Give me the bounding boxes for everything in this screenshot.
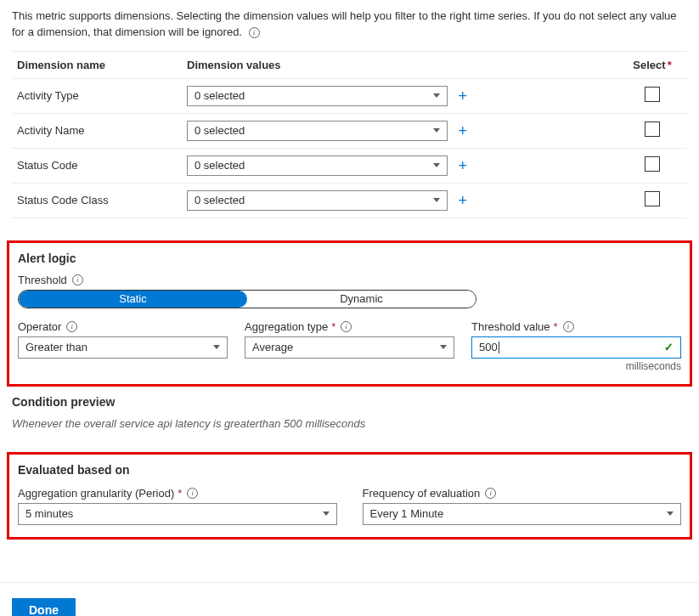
- plus-icon[interactable]: +: [458, 158, 467, 173]
- col-header-name: Dimension name: [17, 59, 187, 71]
- evaluated-section: Evaluated based on Aggregation granulari…: [7, 452, 692, 540]
- aggregation-granularity-select[interactable]: 5 minutes: [18, 503, 337, 525]
- chevron-down-icon: [323, 511, 330, 516]
- info-icon[interactable]: [249, 27, 260, 38]
- col-header-values: Dimension values: [187, 59, 467, 71]
- select-checkbox[interactable]: [645, 87, 660, 102]
- table-row: Status Code 0 selected +: [12, 149, 687, 184]
- info-icon[interactable]: [66, 321, 77, 332]
- info-icon[interactable]: [187, 488, 198, 499]
- toggle-dynamic[interactable]: Dynamic: [247, 291, 476, 308]
- threshold-label: Threshold: [18, 274, 681, 286]
- operator-select[interactable]: Greater than: [18, 336, 228, 359]
- chevron-down-icon: [667, 511, 674, 516]
- threshold-value-input[interactable]: 500 ✓: [471, 336, 681, 359]
- table-row: Activity Type 0 selected +: [12, 79, 687, 114]
- chevron-down-icon: [440, 345, 447, 349]
- dimension-values-dropdown[interactable]: 0 selected: [187, 190, 448, 211]
- alert-logic-title: Alert logic: [18, 251, 681, 265]
- frequency-label: Frequency of evaluation: [363, 487, 682, 500]
- select-checkbox[interactable]: [645, 191, 660, 206]
- info-icon[interactable]: [341, 321, 352, 332]
- dimensions-table: Dimension name Dimension values Select* …: [12, 51, 687, 218]
- chevron-down-icon: [433, 198, 440, 202]
- plus-icon[interactable]: +: [458, 193, 467, 208]
- info-icon[interactable]: [72, 274, 83, 285]
- chevron-down-icon: [433, 128, 440, 133]
- dimensions-header-row: Dimension name Dimension values Select*: [12, 52, 687, 79]
- frequency-select[interactable]: Every 1 Minute: [363, 503, 682, 525]
- aggregation-type-label: Aggregation type*: [245, 320, 454, 333]
- aggregation-granularity-label: Aggregation granularity (Period)*: [18, 487, 337, 500]
- condition-preview-text: Whenever the overall service api latency…: [12, 417, 687, 430]
- dimension-name: Activity Name: [17, 124, 187, 137]
- select-checkbox[interactable]: [645, 156, 660, 172]
- plus-icon[interactable]: +: [458, 123, 467, 138]
- dimension-values-dropdown[interactable]: 0 selected: [187, 86, 448, 106]
- table-row: Activity Name 0 selected +: [12, 114, 687, 149]
- chevron-down-icon: [433, 163, 440, 167]
- alert-logic-section: Alert logic Threshold Static Dynamic Ope…: [7, 240, 692, 387]
- info-icon[interactable]: [485, 488, 496, 499]
- footer-separator: [0, 582, 699, 583]
- condition-preview-title: Condition preview: [12, 395, 687, 409]
- aggregation-type-select[interactable]: Average: [245, 336, 454, 359]
- threshold-value-label: Threshold value*: [471, 320, 681, 333]
- dimension-name: Activity Type: [17, 89, 187, 102]
- select-checkbox[interactable]: [645, 122, 660, 137]
- dimension-name: Status Code: [17, 159, 187, 172]
- info-icon[interactable]: [563, 321, 574, 332]
- done-button[interactable]: Done: [12, 598, 76, 616]
- evaluated-title: Evaluated based on: [18, 463, 681, 477]
- condition-preview-section: Condition preview Whenever the overall s…: [12, 395, 687, 430]
- dimension-name: Status Code Class: [17, 194, 187, 206]
- dimension-values-dropdown[interactable]: 0 selected: [187, 121, 448, 141]
- dimensions-description: This metric supports dimensions. Selecti…: [0, 0, 699, 46]
- toggle-static[interactable]: Static: [19, 291, 247, 308]
- plus-icon[interactable]: +: [458, 88, 467, 104]
- description-text: This metric supports dimensions. Selecti…: [12, 9, 677, 38]
- threshold-value-unit: milliseconds: [471, 360, 681, 372]
- threshold-toggle: Static Dynamic: [18, 290, 476, 308]
- chevron-down-icon: [213, 345, 220, 349]
- checkmark-icon: ✓: [664, 341, 674, 353]
- chevron-down-icon: [433, 93, 440, 98]
- col-header-select: Select*: [623, 59, 682, 71]
- dimension-values-dropdown[interactable]: 0 selected: [187, 155, 448, 176]
- operator-label: Operator: [18, 320, 228, 333]
- table-row: Status Code Class 0 selected +: [12, 184, 687, 218]
